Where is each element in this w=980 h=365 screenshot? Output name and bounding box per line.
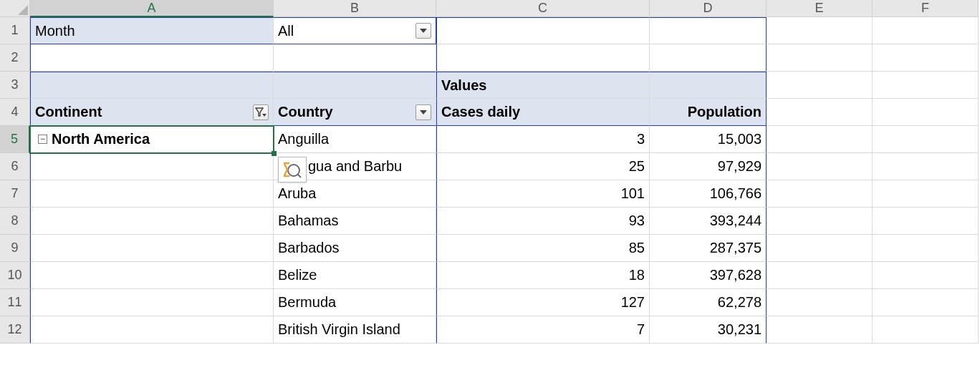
cell-F6[interactable] xyxy=(873,153,979,180)
pivot-filter-field-cell[interactable]: Month xyxy=(30,17,274,44)
cell-A3[interactable] xyxy=(30,72,274,99)
cell-C6[interactable]: 25 xyxy=(436,153,650,180)
row-header-12[interactable]: 12 xyxy=(0,316,30,344)
row-header-11[interactable]: 11 xyxy=(0,289,30,316)
pivot-continent-header: Continent xyxy=(35,104,102,120)
cell-A6[interactable] xyxy=(30,153,274,180)
col-header-C[interactable]: C xyxy=(436,0,650,17)
cell-F10[interactable] xyxy=(873,262,979,289)
cell-E12[interactable] xyxy=(767,316,873,344)
cell-B10[interactable]: Belize xyxy=(274,262,436,289)
cell-F11[interactable] xyxy=(873,289,979,316)
cell-C8[interactable]: 93 xyxy=(436,208,650,235)
spreadsheet-grid[interactable]: A B C D E F 1 Month All 2 3 xyxy=(0,0,980,344)
row-header-10[interactable]: 10 xyxy=(0,262,30,289)
pivot-cases-header-cell[interactable]: Cases daily xyxy=(436,99,650,126)
cell-B9[interactable]: Barbados xyxy=(274,235,436,262)
cell-A8[interactable] xyxy=(30,208,274,235)
continent-filter-dropdown[interactable] xyxy=(253,104,269,120)
cell-E10[interactable] xyxy=(767,262,873,289)
row-header-7[interactable]: 7 xyxy=(0,180,30,208)
cell-D10[interactable]: 397,628 xyxy=(650,262,767,289)
cell-A10[interactable] xyxy=(30,262,274,289)
cell-E3[interactable] xyxy=(767,72,873,99)
pivot-filter-value-cell[interactable]: All xyxy=(274,17,436,44)
collapse-toggle-icon[interactable]: − xyxy=(38,135,47,144)
row-header-9[interactable]: 9 xyxy=(0,235,30,262)
cell-E5[interactable] xyxy=(767,126,873,153)
cell-E7[interactable] xyxy=(767,180,873,208)
cell-F4[interactable] xyxy=(873,99,979,126)
col-header-E[interactable]: E xyxy=(767,0,873,17)
cell-B3[interactable] xyxy=(274,72,436,99)
cell-E1[interactable] xyxy=(767,17,873,44)
cell-E6[interactable] xyxy=(767,153,873,180)
row-header-5[interactable]: 5 xyxy=(0,126,30,153)
cell-D9[interactable]: 287,375 xyxy=(650,235,767,262)
country-filter-dropdown[interactable] xyxy=(415,104,431,120)
cell-A12[interactable] xyxy=(30,316,274,344)
cell-D8[interactable]: 393,244 xyxy=(650,208,767,235)
cell-B2[interactable] xyxy=(274,44,436,72)
cell-B5[interactable]: Anguilla xyxy=(274,126,436,153)
cell-C12[interactable]: 7 xyxy=(436,316,650,344)
cell-F2[interactable] xyxy=(873,44,979,72)
cell-C2[interactable] xyxy=(436,44,650,72)
col-header-A[interactable]: A xyxy=(30,0,274,17)
cell-B12[interactable]: British Virgin Island xyxy=(274,316,436,344)
col-header-D[interactable]: D xyxy=(650,0,767,17)
filter-month-dropdown[interactable] xyxy=(415,23,431,39)
cell-E8[interactable] xyxy=(767,208,873,235)
cell-D2[interactable] xyxy=(650,44,767,72)
cell-C7[interactable]: 101 xyxy=(436,180,650,208)
cell-F8[interactable] xyxy=(873,208,979,235)
row-header-4[interactable]: 4 xyxy=(0,99,30,126)
cell-D1[interactable] xyxy=(650,17,767,44)
cell-F12[interactable] xyxy=(873,316,979,344)
cell-C5[interactable]: 3 xyxy=(436,126,650,153)
pivot-values-label-cell[interactable]: Values xyxy=(436,72,650,99)
col-header-F[interactable]: F xyxy=(873,0,979,17)
row-header-1[interactable]: 1 xyxy=(0,17,30,44)
cell-A2[interactable] xyxy=(30,44,274,72)
cell-B7[interactable]: Aruba xyxy=(274,180,436,208)
pivot-country-header-cell[interactable]: Country xyxy=(274,99,436,126)
row-header-2[interactable]: 2 xyxy=(0,44,30,72)
cell-E11[interactable] xyxy=(767,289,873,316)
cell-D12[interactable]: 30,231 xyxy=(650,316,767,344)
quick-analysis-button[interactable] xyxy=(278,157,307,182)
cell-D6[interactable]: 97,929 xyxy=(650,153,767,180)
cell-A11[interactable] xyxy=(30,289,274,316)
pivot-continent-header-cell[interactable]: Continent xyxy=(30,99,274,126)
col-header-B[interactable]: B xyxy=(274,0,436,17)
cell-C1[interactable] xyxy=(436,17,650,44)
select-all-corner[interactable] xyxy=(0,0,30,17)
population-value: 62,278 xyxy=(718,294,762,311)
cell-B11[interactable]: Bermuda xyxy=(274,289,436,316)
pivot-population-header-cell[interactable]: Population xyxy=(650,99,767,126)
cell-E9[interactable] xyxy=(767,235,873,262)
cell-F7[interactable] xyxy=(873,180,979,208)
cell-A9[interactable] xyxy=(30,235,274,262)
svg-marker-0 xyxy=(18,5,28,15)
cell-C9[interactable]: 85 xyxy=(436,235,650,262)
cell-E4[interactable] xyxy=(767,99,873,126)
cell-D7[interactable]: 106,766 xyxy=(650,180,767,208)
row-header-8[interactable]: 8 xyxy=(0,208,30,235)
pivot-continent-value-cell[interactable]: − North America xyxy=(30,126,274,153)
cell-A7[interactable] xyxy=(30,180,274,208)
cell-D11[interactable]: 62,278 xyxy=(650,289,767,316)
cell-E2[interactable] xyxy=(767,44,873,72)
cell-D5[interactable]: 15,003 xyxy=(650,126,767,153)
cell-B8[interactable]: Bahamas xyxy=(274,208,436,235)
cell-F3[interactable] xyxy=(873,72,979,99)
cell-D3[interactable] xyxy=(650,72,767,99)
cell-C10[interactable]: 18 xyxy=(436,262,650,289)
cell-F9[interactable] xyxy=(873,235,979,262)
row-header-3[interactable]: 3 xyxy=(0,72,30,99)
cell-F5[interactable] xyxy=(873,126,979,153)
row-header-6[interactable]: 6 xyxy=(0,153,30,180)
cases-value: 101 xyxy=(621,185,645,202)
cell-C11[interactable]: 127 xyxy=(436,289,650,316)
cell-F1[interactable] xyxy=(873,17,979,44)
